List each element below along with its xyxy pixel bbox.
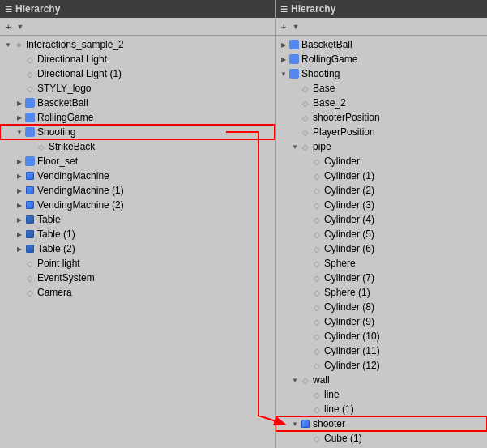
prefab-icon xyxy=(288,68,300,79)
tree-item-cylinder_12_r[interactable]: ◇ Cylinder (12) xyxy=(276,358,487,373)
right-tree-content: BascketBall RollingGame Shooting ◇ Base … xyxy=(276,36,487,448)
right-hierarchy-panel: ☰ Hierarchy + ▼ BascketBall RollingGame … xyxy=(276,0,487,448)
tree-item-rollinggame[interactable]: RollingGame xyxy=(0,110,275,125)
tree-item-sphere_1_r[interactable]: ◇ Sphere (1) xyxy=(276,285,487,300)
cube-blue-icon xyxy=(24,185,36,196)
tree-item-cylinder_11_r[interactable]: ◇ Cylinder (11) xyxy=(276,343,487,358)
tree-item-cylinder_9_r[interactable]: ◇ Cylinder (9) xyxy=(276,314,487,329)
tree-item-directional_light[interactable]: ◇ Directional Light xyxy=(0,52,275,66)
tree-item-cylinder_8_r[interactable]: ◇ Cylinder (8) xyxy=(276,300,487,314)
gameobj-icon: ◇ xyxy=(24,53,36,65)
tree-item-base_r[interactable]: ◇ Base xyxy=(276,81,487,96)
item-label-cylinder_11_r: Cylinder (11) xyxy=(324,345,484,356)
tree-item-cylinder_4_r[interactable]: ◇ Cylinder (4) xyxy=(276,212,487,227)
tree-item-bascketball_r[interactable]: BascketBall xyxy=(276,37,487,52)
arrow-closed xyxy=(15,98,24,108)
left-panel-toolbar: + ▼ xyxy=(0,18,275,36)
gameobj-icon: ◇ xyxy=(24,258,36,269)
tree-item-cylinder_10_r[interactable]: ◇ Cylinder (10) xyxy=(276,329,487,343)
gameobj-icon: ◇ xyxy=(311,331,323,342)
tree-item-base_2_r[interactable]: ◇ Base_2 xyxy=(276,96,487,110)
arrow-open xyxy=(290,419,300,429)
tree-item-cylinder_3_r[interactable]: ◇ Cylinder (3) xyxy=(276,198,487,212)
tree-item-bascketball[interactable]: BascketBall xyxy=(0,96,275,110)
tree-item-pipe_r[interactable]: ◇ pipe xyxy=(276,139,487,154)
tree-item-sphere_r[interactable]: ◇ Sphere xyxy=(276,256,487,271)
tree-item-interactions_sample_2[interactable]: ◈ Interactions_sample_2 xyxy=(0,37,275,52)
item-label-sphere_r: Sphere xyxy=(324,258,484,269)
left-create-button[interactable]: + xyxy=(3,21,13,32)
cube-blue-icon xyxy=(24,170,36,181)
item-label-sphere_1_r: Sphere (1) xyxy=(324,287,484,298)
item-label-cylinder_10_r: Cylinder (10) xyxy=(324,331,484,342)
tree-item-cylinder_5_r[interactable]: ◇ Cylinder (5) xyxy=(276,227,487,241)
item-label-shooter_r: shooter xyxy=(313,418,484,429)
tree-item-directional_light_1[interactable]: ◇ Directional Light (1) xyxy=(0,66,275,81)
item-label-shooter_position: shooterPosition xyxy=(313,112,484,123)
tree-item-vending_machine[interactable]: VendingMachine xyxy=(0,169,275,183)
cube-blue-icon xyxy=(300,418,311,429)
tree-item-wall_r[interactable]: ◇ wall xyxy=(276,373,487,387)
gameobj-icon: ◇ xyxy=(311,258,323,269)
tree-item-strikeback[interactable]: ◇ StrikeBack xyxy=(0,139,275,154)
tree-item-shooter_position[interactable]: ◇ shooterPosition xyxy=(276,110,487,125)
tree-item-line_1_r[interactable]: ◇ line (1) xyxy=(276,402,487,416)
item-label-interactions_sample_2: Interactions_sample_2 xyxy=(26,39,271,50)
prefab-icon xyxy=(24,97,36,109)
tree-item-rollinggame_r[interactable]: RollingGame xyxy=(276,52,487,66)
tree-item-vending_machine_1[interactable]: VendingMachine (1) xyxy=(0,183,275,198)
tree-item-floor_set[interactable]: Floor_set xyxy=(0,154,275,169)
arrow-closed xyxy=(15,200,24,210)
item-label-cylinder_3_r: Cylinder (3) xyxy=(324,199,484,211)
tree-item-point_light[interactable]: ◇ Point light xyxy=(0,256,275,271)
item-label-line_r: line xyxy=(324,389,484,400)
tree-item-table_2[interactable]: Table (2) xyxy=(0,241,275,256)
tree-item-cylinder_r[interactable]: ◇ Cylinder xyxy=(276,154,487,169)
tree-item-vending_machine_2[interactable]: VendingMachine (2) xyxy=(0,198,275,212)
tree-item-styly_logo[interactable]: ◇ STYLY_logo xyxy=(0,81,275,96)
item-label-strikeback: StrikeBack xyxy=(49,141,271,152)
item-label-pipe_r: pipe xyxy=(313,141,484,152)
item-label-base_r: Base xyxy=(313,83,484,94)
tree-item-shooting_r[interactable]: Shooting xyxy=(276,66,487,81)
gameobj-icon: ◇ xyxy=(300,374,311,386)
gameobj-icon: ◇ xyxy=(311,243,323,254)
tree-item-table_1[interactable]: Table (1) xyxy=(0,227,275,241)
arrow-closed xyxy=(15,186,24,195)
item-label-cube_1_r: Cube (1) xyxy=(324,433,484,444)
gameobj-icon: ◇ xyxy=(24,68,36,79)
tree-item-line_r[interactable]: ◇ line xyxy=(276,387,487,402)
right-panel-header: ☰ Hierarchy xyxy=(276,0,487,18)
item-label-table_1: Table (1) xyxy=(37,228,271,240)
item-label-line_1_r: line (1) xyxy=(324,403,484,415)
prefab-icon xyxy=(24,156,36,167)
tree-item-cylinder_2_r[interactable]: ◇ Cylinder (2) xyxy=(276,183,487,198)
item-label-vending_machine_2: VendingMachine (2) xyxy=(37,199,271,211)
tree-item-cylinder_1_r[interactable]: ◇ Cylinder (1) xyxy=(276,169,487,183)
item-label-shooting: Shooting xyxy=(37,126,271,138)
table-icon xyxy=(24,214,36,225)
item-label-point_light: Point light xyxy=(37,258,271,269)
item-label-shooting_r: Shooting xyxy=(301,68,484,79)
tree-item-cube_1_r[interactable]: ◇ Cube (1) xyxy=(276,431,487,446)
arrow-closed xyxy=(15,113,24,122)
gameobj-icon: ◇ xyxy=(311,214,323,225)
gameobj-icon: ◇ xyxy=(311,170,323,181)
tree-item-shooting[interactable]: Shooting xyxy=(0,125,275,139)
tree-item-table[interactable]: Table xyxy=(0,212,275,227)
item-label-cylinder_5_r: Cylinder (5) xyxy=(324,228,484,240)
item-label-cylinder_4_r: Cylinder (4) xyxy=(324,214,484,225)
prefab-icon xyxy=(288,53,300,65)
right-create-button[interactable]: + xyxy=(279,21,288,32)
arrow-open xyxy=(15,127,24,137)
tree-item-shooter_r[interactable]: shooter xyxy=(276,416,487,431)
gameobj-icon: ◇ xyxy=(24,83,36,94)
item-label-styly_logo: STYLY_logo xyxy=(37,83,271,94)
tree-item-event_system[interactable]: ◇ EventSystem xyxy=(0,271,275,285)
tree-item-cylinder_6_r[interactable]: ◇ Cylinder (6) xyxy=(276,241,487,256)
tree-item-camera[interactable]: ◇ Camera xyxy=(0,285,275,300)
tree-item-cylinder_7_r[interactable]: ◇ Cylinder (7) xyxy=(276,271,487,285)
tree-item-player_position[interactable]: ◇ PlayerPosition xyxy=(276,125,487,139)
item-label-directional_light: Directional Light xyxy=(37,53,271,65)
arrow-closed xyxy=(15,156,24,166)
